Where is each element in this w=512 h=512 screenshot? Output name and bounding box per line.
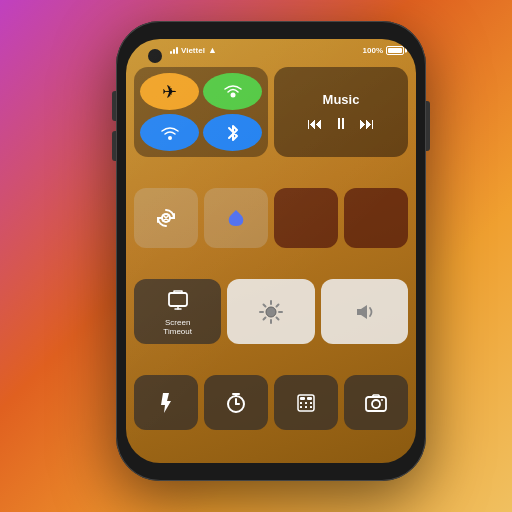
svg-point-1 [168,136,172,140]
signal-wifi-area: Viettel ▲ [170,45,217,55]
wifi-button[interactable] [140,114,199,151]
svg-line-10 [276,317,278,319]
screen-rotation-button[interactable] [134,188,198,248]
brightness-button[interactable] [227,279,314,344]
svg-rect-18 [300,397,305,400]
music-controls: ⏮ ⏸ ⏭ [307,115,375,133]
wifi-status-icon: ▲ [208,45,217,55]
airplane-mode-button[interactable]: ✈ [140,73,199,110]
signal-bars [170,46,178,54]
control-center: ✈ [134,67,408,455]
volume-down-button[interactable] [112,131,116,161]
phone-device: Viettel ▲ 100% ✈ [116,21,436,491]
hotspot-button[interactable] [203,73,262,110]
svg-rect-21 [305,402,307,404]
screen-timeout-button[interactable]: ScreenTimeout [134,279,221,344]
music-next-button[interactable]: ⏭ [359,115,375,133]
svg-point-27 [372,400,380,408]
do-not-disturb-button[interactable] [204,188,268,248]
svg-rect-3 [169,293,187,306]
svg-rect-19 [307,397,312,400]
tile-dark-2[interactable] [344,188,408,248]
svg-rect-20 [300,402,302,404]
battery-percent: 100% [363,46,383,55]
svg-rect-23 [300,406,302,408]
music-title: Music [323,92,360,107]
svg-point-0 [230,92,235,97]
svg-point-28 [381,399,383,401]
svg-rect-22 [310,402,312,404]
svg-line-12 [263,317,265,319]
status-bar: Viettel ▲ 100% [126,45,416,55]
battery-area: 100% [363,46,404,55]
camera-hole [148,49,162,63]
screen-timeout-icon [166,287,190,316]
camera-button[interactable] [344,375,408,430]
bluetooth-button[interactable] [203,114,262,151]
svg-rect-24 [305,406,307,408]
row-connectivity-music: ✈ [134,67,408,157]
volume-button[interactable] [321,279,408,344]
row-adjustments: ScreenTimeout [134,279,408,344]
timer-button[interactable] [204,375,268,430]
music-tile[interactable]: Music ⏮ ⏸ ⏭ [274,67,408,157]
phone-screen: Viettel ▲ 100% ✈ [126,39,416,463]
flashlight-button[interactable] [134,375,198,430]
tile-dark-1[interactable] [274,188,338,248]
connectivity-grid: ✈ [134,67,268,157]
battery-icon [386,46,404,55]
music-playpause-button[interactable]: ⏸ [333,115,349,133]
svg-rect-25 [310,406,312,408]
svg-line-11 [276,304,278,306]
music-prev-button[interactable]: ⏮ [307,115,323,133]
calculator-button[interactable] [274,375,338,430]
svg-point-4 [266,307,276,317]
volume-up-button[interactable] [112,91,116,121]
svg-line-9 [263,304,265,306]
power-button[interactable] [426,101,430,151]
row-quick-actions [134,375,408,430]
phone-body: Viettel ▲ 100% ✈ [116,21,426,481]
carrier-label: Viettel [181,46,205,55]
battery-fill [388,48,402,53]
row-secondary-controls [134,188,408,248]
screen-timeout-label: ScreenTimeout [163,319,192,337]
